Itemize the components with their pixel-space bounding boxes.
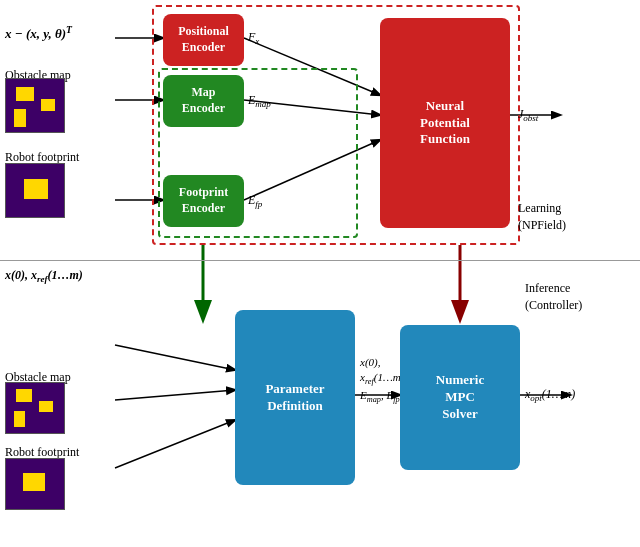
- svg-line-10: [115, 390, 235, 400]
- obstacle-map-image-top: [5, 78, 65, 133]
- diagram: x − (x, y, θ)T Obstacle map Robot footpr…: [0, 0, 640, 547]
- numeric-mpc-solver-box: NumericMPCSolver: [400, 325, 520, 470]
- svg-line-9: [115, 345, 235, 370]
- x-input-label: x − (x, y, θ)T: [5, 24, 72, 42]
- jobst-label: Jobst: [518, 107, 538, 123]
- section-divider: [0, 260, 640, 261]
- robot-footprint-image-top: [5, 163, 65, 218]
- positional-encoder-box: PositionalEncoder: [163, 14, 244, 66]
- inference-label: Inference(Controller): [525, 280, 582, 314]
- svg-line-11: [115, 420, 235, 468]
- obstacle-map-image-bottom: [5, 382, 65, 434]
- efp-label: Efp: [248, 193, 262, 209]
- neural-potential-function-box: NeuralPotentialFunction: [380, 18, 510, 228]
- x0-xref-label: x(0), xref(1…m): [5, 268, 83, 284]
- robot-footprint-image-bottom: [5, 458, 65, 510]
- xopt-label: xopt(1…m): [525, 387, 575, 403]
- map-encoder-box: MapEncoder: [163, 75, 244, 127]
- parameter-definition-box: ParameterDefinition: [235, 310, 355, 485]
- emap-label: Emap: [248, 93, 271, 109]
- fx-label: Fx: [248, 30, 259, 46]
- learning-label: Learning(NPField): [518, 200, 566, 234]
- footprint-encoder-box: FootprintEncoder: [163, 175, 244, 227]
